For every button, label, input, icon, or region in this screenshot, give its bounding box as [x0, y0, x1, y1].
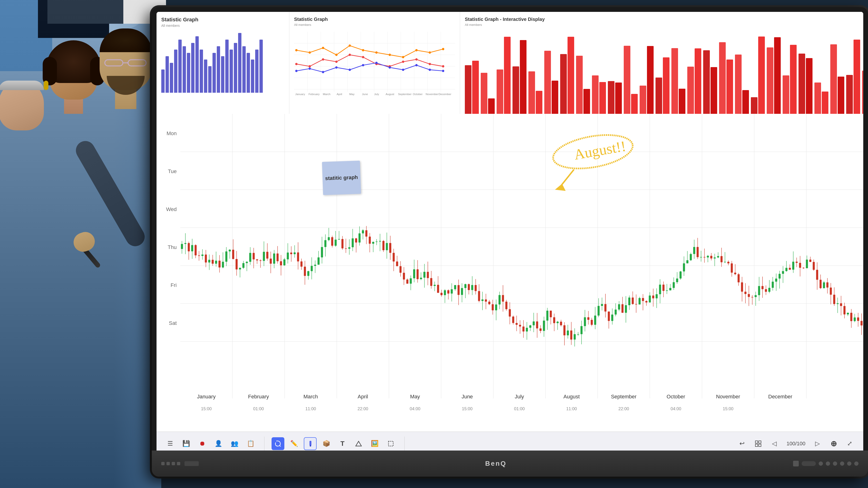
chart3-bar [560, 54, 567, 114]
triangle-tool-button[interactable] [352, 437, 365, 450]
monitor-btn-6[interactable] [847, 461, 851, 466]
chart-bar [255, 50, 258, 93]
svg-point-32 [349, 68, 351, 71]
chart3-bar [822, 92, 828, 114]
chart3-bar [806, 58, 812, 114]
chart3-bar [504, 37, 510, 114]
monitor-btn-3[interactable] [826, 461, 830, 466]
svg-rect-194 [321, 247, 323, 257]
monitor-power[interactable] [802, 461, 816, 466]
bar-pair [846, 40, 860, 114]
svg-text:Fri: Fri [170, 282, 177, 288]
chart3-bar [672, 48, 678, 114]
toolbar-drawing-group: ✏️ 📦 T 🖼️ [272, 437, 397, 450]
svg-rect-164 [270, 258, 272, 264]
chart3-bar [703, 50, 710, 114]
chart3-bar [711, 67, 717, 114]
svg-rect-360 [604, 304, 607, 311]
undo-button[interactable]: ↩ [736, 437, 748, 450]
crop-tool-button[interactable] [384, 437, 397, 450]
grid-button[interactable] [752, 437, 765, 450]
svg-rect-466 [785, 268, 787, 271]
svg-rect-436 [734, 273, 736, 274]
svg-rect-376 [632, 298, 634, 304]
svg-text:01:00: 01:00 [253, 406, 264, 411]
chart3-bar [774, 37, 781, 114]
chart3-bar [520, 40, 526, 114]
svg-rect-330 [553, 317, 555, 323]
svg-text:April: April [337, 92, 342, 96]
svg-rect-174 [287, 252, 289, 260]
svg-rect-519 [389, 441, 393, 446]
marker-tool-button[interactable] [304, 437, 317, 450]
bar-pair [655, 57, 670, 114]
clipboard-button[interactable]: 📋 [244, 437, 257, 450]
fullscreen-button[interactable]: ⤢ [843, 437, 856, 450]
svg-rect-124 [202, 255, 204, 256]
bar-pair [767, 37, 781, 114]
top-charts-area: Statistic Graph All members Statistic Gr… [157, 12, 863, 114]
monitor-btn-1[interactable] [793, 461, 799, 466]
save-button[interactable]: 💾 [180, 437, 193, 450]
svg-rect-340 [570, 331, 572, 340]
chart3-bar [758, 36, 765, 114]
image-tool-button[interactable]: 🖼️ [368, 437, 381, 450]
svg-text:22:00: 22:00 [358, 406, 368, 411]
chart-bar [170, 63, 173, 93]
pen-tool-button[interactable]: ✏️ [288, 437, 301, 450]
monitor-btn-4[interactable] [833, 461, 837, 466]
svg-rect-132 [215, 261, 217, 264]
svg-rect-370 [621, 304, 623, 313]
chart-bar [204, 60, 207, 93]
svg-point-36 [402, 68, 404, 71]
svg-rect-444 [748, 294, 750, 297]
svg-rect-334 [560, 322, 562, 325]
svg-rect-152 [249, 253, 251, 262]
bar-pair [830, 44, 844, 114]
svg-rect-494 [833, 295, 835, 304]
svg-rect-156 [256, 260, 258, 261]
svg-text:May: May [410, 394, 420, 400]
menu-button[interactable]: ☰ [164, 437, 177, 450]
svg-rect-516 [309, 441, 311, 446]
prev-page-button[interactable]: ◁ [768, 437, 781, 450]
svg-point-49 [415, 49, 417, 52]
svg-rect-388 [652, 296, 654, 298]
svg-rect-322 [539, 328, 542, 331]
svg-rect-286 [478, 291, 480, 301]
bar-pair [799, 54, 812, 114]
svg-rect-292 [488, 302, 491, 304]
monitor-btn-5[interactable] [840, 461, 844, 466]
record-button[interactable]: ⏺ [196, 437, 209, 450]
august-svg: August!! [546, 133, 640, 194]
svg-point-50 [429, 52, 431, 54]
monitor-btn-2[interactable] [819, 461, 823, 466]
user-button[interactable]: 👤 [212, 437, 225, 450]
chart3-bar [767, 48, 773, 114]
users-button[interactable]: 👥 [228, 437, 241, 450]
sticky-note: statitic graph [322, 160, 361, 195]
text-tool-button[interactable]: T [336, 437, 349, 450]
svg-point-19 [335, 60, 338, 63]
chart-bar [178, 40, 182, 93]
svg-text:February: February [248, 394, 269, 400]
shape-tool-button[interactable]: 📦 [320, 437, 333, 450]
lasso-tool-button[interactable] [272, 437, 284, 450]
svg-rect-342 [574, 334, 576, 340]
chart3-bar [838, 77, 844, 114]
svg-point-38 [429, 68, 431, 71]
svg-rect-190 [314, 265, 316, 266]
svg-rect-188 [311, 266, 313, 271]
chart3-bar [799, 54, 805, 114]
chart3-bar [830, 44, 837, 114]
svg-rect-266 [444, 290, 446, 295]
zoom-in-button[interactable]: ⊕ [827, 437, 840, 450]
chart2-title: Statistic Graph [294, 17, 455, 22]
chart-bar [174, 50, 177, 93]
chart3-bar [640, 86, 646, 114]
next-page-button[interactable]: ▷ [811, 437, 824, 450]
svg-point-45 [362, 49, 364, 52]
monitor-btn-7[interactable] [854, 461, 859, 466]
svg-rect-394 [662, 284, 664, 291]
svg-rect-224 [372, 242, 374, 244]
